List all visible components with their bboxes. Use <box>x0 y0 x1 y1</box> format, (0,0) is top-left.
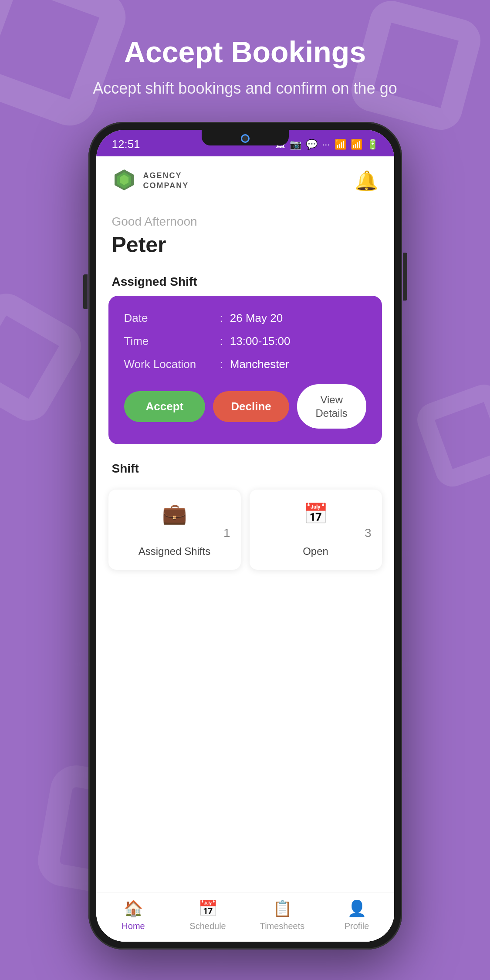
greeting-name: Peter <box>112 232 378 257</box>
app-content: AGENCY COMPANY 🔔 Good Afternoon Peter As… <box>96 156 394 942</box>
view-details-button[interactable]: View Details <box>297 384 366 429</box>
calendar-icon: 📅 <box>303 502 328 525</box>
time-value: 13:00-15:00 <box>230 335 291 348</box>
phone-frame: 12:51 🖼 📷 💬 ··· 📶 📶 🔋 <box>88 122 402 950</box>
timesheets-icon: 📋 <box>273 899 292 918</box>
app-header: AGENCY COMPANY 🔔 <box>96 156 394 202</box>
schedule-icon: 📅 <box>198 899 218 918</box>
status-icons: 🖼 📷 💬 ··· 📶 📶 🔋 <box>276 139 378 150</box>
assigned-shift-title: Assigned Shift <box>96 266 394 296</box>
open-shifts-label: Open <box>303 545 328 558</box>
open-shifts-count: 3 <box>365 526 372 540</box>
shift-section-title: Shift <box>96 453 394 483</box>
logo-icon <box>112 169 136 193</box>
message-icon: 💬 <box>306 139 318 150</box>
nav-item-timesheets[interactable]: 📋 Timesheets <box>245 899 320 931</box>
date-colon: : <box>220 311 223 325</box>
logo-area: AGENCY COMPANY <box>112 169 189 193</box>
phone-screen: 12:51 🖼 📷 💬 ··· 📶 📶 🔋 <box>96 130 394 942</box>
greeting-label: Good Afternoon <box>112 215 378 229</box>
home-label: Home <box>122 921 145 931</box>
home-icon: 🏠 <box>124 899 143 918</box>
profile-label: Profile <box>345 921 369 931</box>
more-icon: ··· <box>322 139 330 150</box>
location-label: Work Location <box>124 358 220 371</box>
open-shifts-card[interactable]: 📅 3 Open <box>250 490 382 570</box>
greeting-section: Good Afternoon Peter <box>96 202 394 266</box>
nav-item-home[interactable]: 🏠 Home <box>96 899 171 931</box>
assigned-shifts-card[interactable]: 💼 1 Assigned Shifts <box>108 490 241 570</box>
schedule-label: Schedule <box>189 921 226 931</box>
content-spacer <box>96 582 394 892</box>
shift-time-row: Time : 13:00-15:00 <box>124 335 366 348</box>
location-value: Manchester <box>230 358 289 371</box>
date-label: Date <box>124 311 220 325</box>
date-value: 26 May 20 <box>230 311 283 325</box>
bg-decoration-mid-left <box>0 286 89 429</box>
nav-item-profile[interactable]: 👤 Profile <box>320 899 394 931</box>
shift-section: Shift 💼 1 Assigned Shifts 📅 3 Open <box>96 453 394 582</box>
page-header: Accept Bookings Accept shift bookings an… <box>0 0 490 99</box>
shift-actions: Accept Decline View Details <box>124 384 366 429</box>
media-icon: 📷 <box>290 139 301 150</box>
logo-text: AGENCY COMPANY <box>143 171 189 191</box>
status-time: 12:51 <box>112 138 140 151</box>
shift-cards-row: 💼 1 Assigned Shifts 📅 3 Open <box>96 483 394 582</box>
location-colon: : <box>220 358 223 371</box>
decline-button[interactable]: Decline <box>213 391 289 422</box>
shift-date-row: Date : 26 May 20 <box>124 311 366 325</box>
timesheets-label: Timesheets <box>260 921 305 931</box>
time-colon: : <box>220 335 223 348</box>
bell-icon[interactable]: 🔔 <box>355 169 378 192</box>
phone-camera <box>241 134 250 143</box>
signal-icon: 📶 <box>351 139 362 150</box>
shift-card: Date : 26 May 20 Time : 13:00-15:00 Work… <box>108 296 382 444</box>
bottom-nav: 🏠 Home 📅 Schedule 📋 Timesheets 👤 Profile <box>96 892 394 942</box>
page-subtitle: Accept shift bookings and confirm on the… <box>93 78 398 99</box>
nav-item-schedule[interactable]: 📅 Schedule <box>171 899 245 931</box>
profile-icon: 👤 <box>347 899 367 918</box>
battery-icon: 🔋 <box>367 139 378 150</box>
bg-decoration-mid-right <box>412 380 490 491</box>
assigned-shifts-label: Assigned Shifts <box>139 545 210 558</box>
assigned-shifts-count: 1 <box>223 526 230 540</box>
briefcase-icon: 💼 <box>162 502 187 525</box>
accept-button[interactable]: Accept <box>124 391 206 422</box>
page-title: Accept Bookings <box>0 35 490 69</box>
time-label: Time <box>124 335 220 348</box>
shift-location-row: Work Location : Manchester <box>124 358 366 371</box>
wifi-icon: 📶 <box>335 139 346 150</box>
